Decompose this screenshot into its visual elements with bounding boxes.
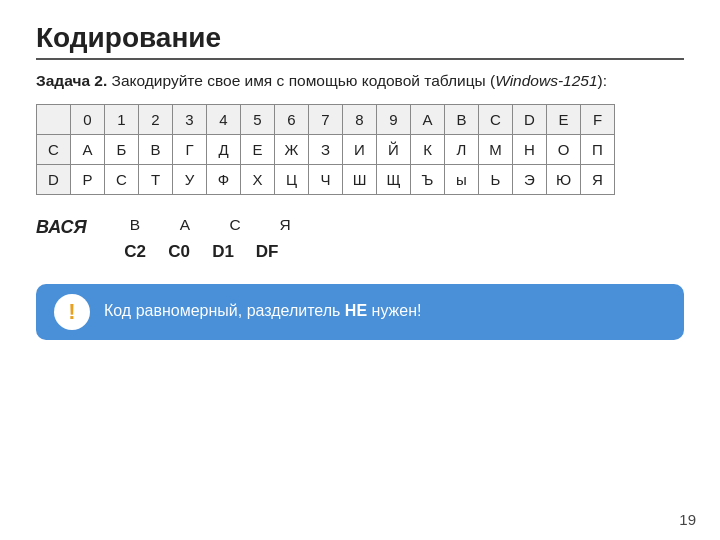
table-cell: У [173,165,207,195]
table-cell: Ф [207,165,241,195]
table-cell: А [71,135,105,165]
table-cell: Т [139,165,173,195]
table-cell: М [479,135,513,165]
notice-text-before: Код равномерный, разделитель [104,302,345,319]
table-cell: 8 [343,105,377,135]
table-cell: A [411,105,445,135]
code-c0: C0 [164,239,194,265]
table-cell: Э [513,165,547,195]
table-cell: Ю [547,165,581,195]
table-cell: Е [241,135,275,165]
notice-bold-text: НЕ [345,302,367,319]
table-cell: Ж [275,135,309,165]
letter-v: В [120,213,150,237]
table-cell: C [479,105,513,135]
table-row-c: C А Б В Г Д Е Ж З И Й К Л М Н О П [37,135,615,165]
exclamation-icon: ! [68,301,75,323]
table-cell: Щ [377,165,411,195]
task-description: Задача 2. Закодируйте свое имя с помощью… [36,70,684,92]
table-cell: Ц [275,165,309,195]
notice-box: ! Код равномерный, разделитель НЕ нужен! [36,284,684,340]
letters-row: В А С Я [120,213,300,237]
table-cell: D [513,105,547,135]
table-cell: B [445,105,479,135]
table-cell: Ч [309,165,343,195]
table-row-d: D Р С Т У Ф Х Ц Ч Ш Щ Ъ ы Ь Э Ю Я [37,165,615,195]
notice-text-after: нужен! [367,302,421,319]
example-codes-block: В А С Я C2 C0 D1 DF [120,213,300,265]
table-cell: 2 [139,105,173,135]
table-cell: ы [445,165,479,195]
task-italic: Windows-1251 [495,72,597,89]
task-text-main: Закодируйте свое имя с помощью кодовой т… [107,72,607,89]
table-cell: В [139,135,173,165]
table-cell: С [105,165,139,195]
table-cell: Б [105,135,139,165]
table-cell: Ъ [411,165,445,195]
table-cell: Ь [479,165,513,195]
table-cell: Ш [343,165,377,195]
table-cell: C [37,135,71,165]
table-cell: E [547,105,581,135]
table-cell: Г [173,135,207,165]
table-cell: 0 [71,105,105,135]
table-cell: 7 [309,105,343,135]
table-header-row: 0 1 2 3 4 5 6 7 8 9 A B C D E F [37,105,615,135]
letter-s: С [220,213,250,237]
page: Кодирование Задача 2. Закодируйте свое и… [0,0,720,540]
table-cell: Д [207,135,241,165]
example-section: ВАСЯ В А С Я C2 C0 D1 DF [36,213,684,265]
page-number: 19 [679,511,696,528]
notice-icon-circle: ! [54,294,90,330]
table-cell: О [547,135,581,165]
page-title: Кодирование [36,22,684,60]
table-cell: К [411,135,445,165]
table-cell: Р [71,165,105,195]
table-cell: 9 [377,105,411,135]
task-label: Задача 2. [36,72,107,89]
table-cell [37,105,71,135]
table-cell: D [37,165,71,195]
encoding-table: 0 1 2 3 4 5 6 7 8 9 A B C D E F C А Б [36,104,615,195]
letter-a: А [170,213,200,237]
table-cell: П [581,135,615,165]
table-cell: Х [241,165,275,195]
table-cell: З [309,135,343,165]
table-cell: Я [581,165,615,195]
table-cell: 5 [241,105,275,135]
table-cell: Л [445,135,479,165]
table-cell: Й [377,135,411,165]
code-d1: D1 [208,239,238,265]
example-word: ВАСЯ [36,217,96,238]
table-cell: F [581,105,615,135]
table-cell: 3 [173,105,207,135]
table-cell: 4 [207,105,241,135]
letter-ya: Я [270,213,300,237]
table-cell: Н [513,135,547,165]
codes-row: C2 C0 D1 DF [120,239,300,265]
code-c2: C2 [120,239,150,265]
table-cell: 6 [275,105,309,135]
table-cell: И [343,135,377,165]
code-df: DF [252,239,282,265]
notice-text: Код равномерный, разделитель НЕ нужен! [104,301,421,322]
table-cell: 1 [105,105,139,135]
